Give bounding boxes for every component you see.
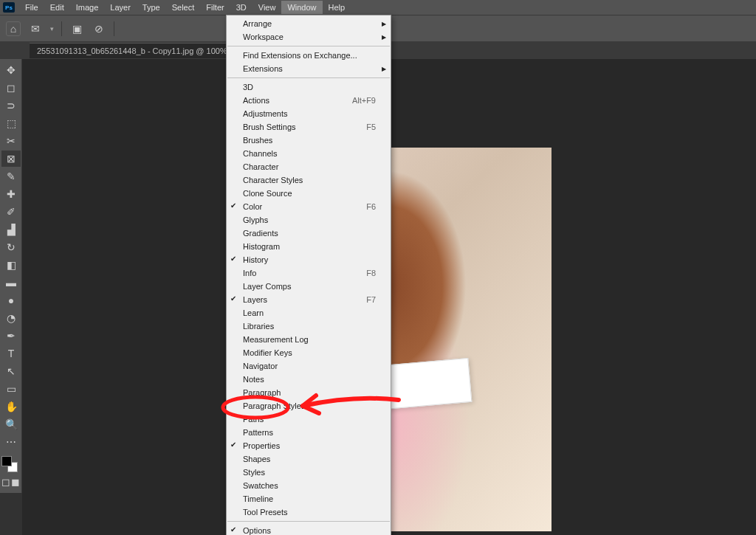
menu-item-label: Glyphs <box>243 215 268 225</box>
menu-item-shapes[interactable]: Shapes <box>227 452 391 466</box>
menu-view[interactable]: View <box>252 1 282 14</box>
tools-panel: ✥ ◻ ⊃ ⬚ ✂ ⊠ ✎ ✚ ✐ ▟ ↻ ◧ ▬ ● ◔ ✒ T ↖ ▭ ✋ … <box>0 59 22 493</box>
menu-filter[interactable]: Filter <box>200 1 230 14</box>
menu-shortcut: F6 <box>366 201 376 212</box>
path-tool-icon[interactable]: ↖ <box>1 363 21 379</box>
opt-icon-b[interactable]: ⊘ <box>92 21 106 36</box>
menu-item-label: Paths <box>243 414 264 424</box>
dodge-tool-icon[interactable]: ◔ <box>1 310 21 326</box>
menu-3d[interactable]: 3D <box>230 1 252 14</box>
envelope-icon[interactable]: ✉ <box>28 21 43 36</box>
healing-tool-icon[interactable]: ✚ <box>1 186 21 202</box>
menu-item-paragraph[interactable]: Paragraph <box>227 386 391 399</box>
menu-item-gradients[interactable]: Gradients <box>227 227 391 240</box>
opt-icon-a[interactable]: ▣ <box>69 21 84 36</box>
check-icon: ✔ <box>230 440 236 450</box>
menu-item-layers[interactable]: ✔LayersF7 <box>227 293 391 306</box>
menu-item-channels[interactable]: Channels <box>227 147 391 160</box>
menu-item-label: Libraries <box>243 321 274 331</box>
check-icon: ✔ <box>230 525 236 535</box>
menu-item-color[interactable]: ✔ColorF6 <box>227 200 391 213</box>
shape-tool-icon[interactable]: ▭ <box>1 381 21 397</box>
menu-item-arrange[interactable]: Arrange▶ <box>227 17 391 30</box>
menu-item-find-extensions-on-exchange[interactable]: Find Extensions on Exchange... <box>227 49 391 62</box>
type-tool-icon[interactable]: T <box>1 345 21 362</box>
frame-tool-icon[interactable]: ⊠ <box>1 151 21 167</box>
menu-type[interactable]: Type <box>137 1 166 14</box>
menu-item-history[interactable]: ✔History <box>227 253 391 266</box>
crop-tool-icon[interactable]: ✂ <box>1 133 21 149</box>
menu-item-swatches[interactable]: Swatches <box>227 479 391 492</box>
eraser-tool-icon[interactable]: ◧ <box>1 257 21 273</box>
menu-item-paths[interactable]: Paths <box>227 413 391 426</box>
menu-item-navigator[interactable]: Navigator <box>227 359 391 373</box>
brush-tool-icon[interactable]: ✐ <box>1 204 21 220</box>
menu-item-glyphs[interactable]: Glyphs <box>227 213 391 227</box>
menu-item-label: Find Extensions on Exchange... <box>243 50 357 61</box>
marquee-tool-icon[interactable]: ◻ <box>1 80 21 96</box>
history-brush-tool-icon[interactable]: ↻ <box>1 239 21 255</box>
menu-item-modifier-keys[interactable]: Modifier Keys <box>227 346 391 359</box>
menu-item-libraries[interactable]: Libraries <box>227 320 391 333</box>
menu-window[interactable]: Window <box>281 1 322 14</box>
menu-separator <box>227 77 390 78</box>
pen-tool-icon[interactable]: ✒ <box>1 328 21 344</box>
home-icon[interactable]: ⌂ <box>6 21 21 36</box>
menu-item-measurement-log[interactable]: Measurement Log <box>227 333 391 346</box>
menu-item-brushes[interactable]: Brushes <box>227 134 391 147</box>
window-menu-dropdown: Arrange▶Workspace▶Find Extensions on Exc… <box>226 15 391 535</box>
menu-item-label: Styles <box>243 467 265 477</box>
eyedropper-tool-icon[interactable]: ✎ <box>1 168 21 184</box>
menu-item-label: Modifier Keys <box>243 348 292 358</box>
menu-item-brush-settings[interactable]: Brush SettingsF5 <box>227 120 391 134</box>
menu-item-options[interactable]: ✔Options <box>227 524 391 535</box>
quick-select-tool-icon[interactable]: ⬚ <box>1 115 21 131</box>
menu-item-label: Layer Comps <box>243 281 291 291</box>
color-swatches[interactable] <box>1 456 18 472</box>
menu-item-label: Swatches <box>243 480 278 491</box>
menu-item-label: Extensions <box>243 63 283 74</box>
menu-item-layer-comps[interactable]: Layer Comps <box>227 280 391 293</box>
menu-item-character[interactable]: Character <box>227 160 391 173</box>
menu-item-histogram[interactable]: Histogram <box>227 240 391 253</box>
menu-item-extensions[interactable]: Extensions▶ <box>227 62 391 75</box>
check-icon: ✔ <box>230 201 236 211</box>
menu-shortcut: F8 <box>366 268 376 278</box>
menu-item-tool-presets[interactable]: Tool Presets <box>227 505 391 519</box>
hand-tool-icon[interactable]: ✋ <box>1 398 21 415</box>
menu-select[interactable]: Select <box>166 1 201 14</box>
menu-item-character-styles[interactable]: Character Styles <box>227 173 391 187</box>
menu-shortcut: Alt+F9 <box>352 95 376 106</box>
menu-item-timeline[interactable]: Timeline <box>227 492 391 505</box>
stamp-tool-icon[interactable]: ▟ <box>1 221 21 238</box>
blur-tool-icon[interactable]: ● <box>1 292 21 308</box>
menu-file[interactable]: File <box>19 1 44 14</box>
menu-item-3d[interactable]: 3D <box>227 80 391 94</box>
menu-edit[interactable]: Edit <box>44 1 70 14</box>
menu-help[interactable]: Help <box>323 1 351 14</box>
menu-item-label: Color <box>243 201 262 212</box>
menu-item-clone-source[interactable]: Clone Source <box>227 187 391 200</box>
screen-mode-icon[interactable]: ◼ <box>11 474 21 490</box>
gradient-tool-icon[interactable]: ▬ <box>1 275 21 291</box>
menu-image[interactable]: Image <box>70 1 105 14</box>
menu-item-info[interactable]: InfoF8 <box>227 266 391 280</box>
menu-item-label: Timeline <box>243 494 273 504</box>
mask-mode-icon[interactable]: ◻ <box>1 474 11 490</box>
lasso-tool-icon[interactable]: ⊃ <box>1 97 21 114</box>
menu-layer[interactable]: Layer <box>104 1 137 14</box>
menu-item-workspace[interactable]: Workspace▶ <box>227 30 391 44</box>
menu-item-actions[interactable]: ActionsAlt+F9 <box>227 94 391 107</box>
menu-item-label: Brushes <box>243 135 272 145</box>
move-tool-icon[interactable]: ✥ <box>1 62 21 78</box>
menu-item-label: Shapes <box>243 454 270 464</box>
menu-item-patterns[interactable]: Patterns <box>227 426 391 439</box>
more-icon[interactable]: ⋯ <box>1 434 21 450</box>
menu-item-styles[interactable]: Styles <box>227 466 391 479</box>
menu-item-paragraph-styles[interactable]: Paragraph Styles <box>227 399 391 413</box>
zoom-tool-icon[interactable]: 🔍 <box>1 416 21 432</box>
menu-item-learn[interactable]: Learn <box>227 306 391 320</box>
menu-item-properties[interactable]: ✔Properties <box>227 439 391 452</box>
menu-item-adjustments[interactable]: Adjustments <box>227 107 391 120</box>
menu-item-notes[interactable]: Notes <box>227 373 391 386</box>
